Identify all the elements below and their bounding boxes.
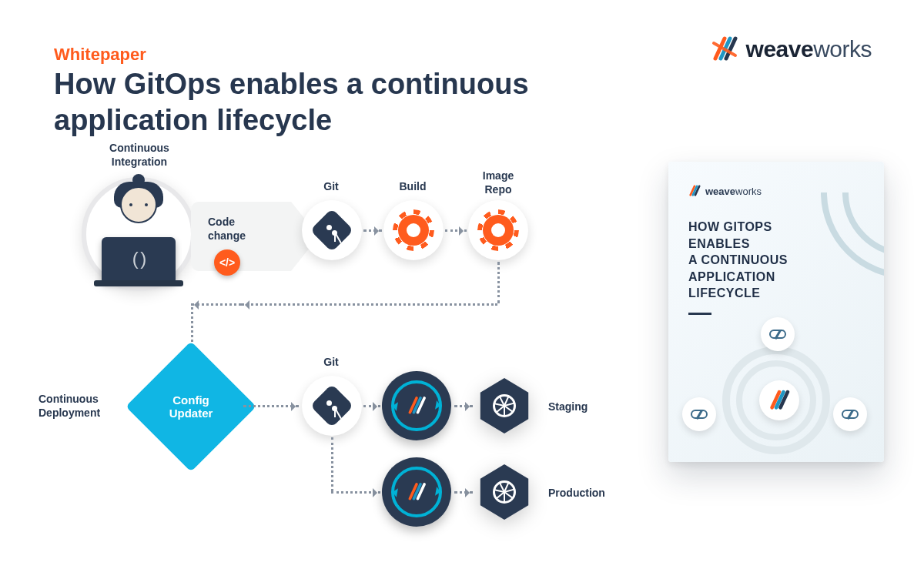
staging-label: Staging <box>548 400 588 414</box>
git-node-1 <box>302 200 362 260</box>
code-change-label: Code change <box>191 202 291 243</box>
build-label: Build <box>390 180 436 194</box>
kubernetes-icon <box>493 394 516 417</box>
flow-arrow <box>454 491 473 494</box>
image-repo-node <box>468 200 528 260</box>
kubernetes-staging-node <box>474 376 534 436</box>
gear-icon <box>483 215 514 246</box>
git-label-2: Git <box>308 356 354 370</box>
whitepaper-hero: Whitepaper How GitOps enables a continuo… <box>0 0 924 569</box>
page-title: How GitOps enables a continuous applicat… <box>54 66 531 138</box>
infinity-icon <box>761 317 795 351</box>
whitepaper-cover: weaveworks HOW GITOPS ENABLES A CONTINUO… <box>668 162 884 462</box>
flow-arrow <box>363 405 380 407</box>
deploy-operator-production <box>382 457 451 527</box>
git-label-1: Git <box>308 180 354 194</box>
cover-arcs <box>799 192 884 300</box>
developer-icon: ( ) <box>97 186 180 283</box>
weaveworks-logo: weaveworks <box>711 35 872 63</box>
flow-arrow <box>242 303 497 306</box>
cover-rule <box>688 313 711 315</box>
flow-arrow <box>445 229 467 232</box>
config-updater-label: Config Updater <box>145 360 237 453</box>
gitops-flow-diagram: Continuous Integration ( ) Code change <… <box>49 146 604 547</box>
ci-label: Continuous Integration <box>97 142 182 169</box>
weaveworks-mark-icon <box>407 396 427 416</box>
production-label: Production <box>548 487 605 500</box>
weaveworks-mark-icon <box>407 482 427 502</box>
svg-point-2 <box>845 192 884 254</box>
weaveworks-mark-icon <box>688 185 701 197</box>
infinity-icon <box>682 397 716 431</box>
flow-line <box>331 437 333 491</box>
cover-center-icon <box>759 380 799 420</box>
kubernetes-icon <box>493 480 516 504</box>
cd-label: Continuous Deployment <box>38 393 123 420</box>
eyebrow-label: Whitepaper <box>54 45 146 65</box>
code-icon: </> <box>214 249 240 276</box>
gear-icon <box>398 215 429 246</box>
git-icon <box>310 209 354 253</box>
flow-line <box>191 303 242 306</box>
flow-line <box>497 262 500 303</box>
flow-arrow <box>454 405 473 407</box>
git-node-2 <box>302 376 362 436</box>
flow-arrow <box>363 229 382 232</box>
build-node <box>383 200 444 260</box>
config-updater-node: Config Updater <box>145 360 237 453</box>
image-repo-label: Image Repo <box>471 169 525 196</box>
infinity-icon <box>833 397 867 431</box>
cover-logo-text: weaveworks <box>705 186 762 197</box>
svg-point-3 <box>824 192 884 276</box>
flow-arrow <box>331 491 380 494</box>
flow-arrow <box>243 405 299 407</box>
code-change-step: Code change </> <box>191 202 291 271</box>
deploy-operator-staging <box>382 371 451 440</box>
git-icon <box>310 384 354 428</box>
kubernetes-production-node <box>474 462 534 522</box>
logo-wordmark: weaveworks <box>746 36 872 62</box>
cover-art <box>668 323 884 462</box>
weaveworks-mark-icon <box>711 35 738 63</box>
